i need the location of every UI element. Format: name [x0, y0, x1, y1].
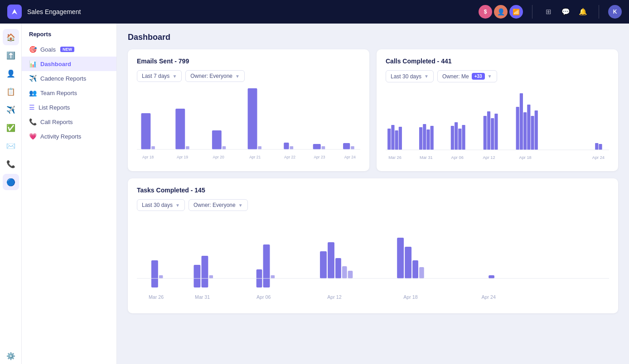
tasks-date-caret: ▼	[175, 203, 180, 208]
goals-icon: 🎯	[29, 46, 37, 53]
svg-rect-39	[487, 111, 490, 150]
avatar-w[interactable]: 📶	[509, 5, 523, 19]
calls-owner-filter[interactable]: Owner: Me +33 ▼	[437, 70, 497, 82]
sidebar-item-cadence[interactable]: ✈️ Cadence Reports	[22, 71, 116, 86]
chat-icon[interactable]: 💬	[559, 5, 572, 19]
svg-text:Apr 22: Apr 22	[284, 155, 295, 159]
sidebar-title: Reports	[22, 31, 116, 42]
icon-nav: 🏠 ⬆️ 👤 📋 ✈️ ✅ ✉️ 📞 🔵 ⚙️	[0, 24, 22, 364]
svg-text:Apr 19: Apr 19	[177, 155, 188, 159]
top-charts-row: Emails Sent - 799 Last 7 days ▼ Owner: E…	[128, 49, 618, 171]
svg-rect-71	[397, 238, 404, 278]
svg-rect-17	[322, 146, 325, 149]
app-logo	[7, 5, 22, 19]
svg-rect-20	[351, 146, 354, 149]
tasks-filters: Last 30 days ▼ Owner: Everyone ▼	[137, 199, 609, 211]
sidebar-item-team[interactable]: 👥 Team Reports	[22, 86, 116, 100]
sidebar-item-goals[interactable]: 🎯 Goals NEW	[22, 42, 116, 57]
nav-documents[interactable]: 📋	[3, 83, 19, 100]
svg-text:Mar 26: Mar 26	[388, 155, 402, 160]
call-label: Call Reports	[40, 119, 73, 125]
svg-rect-62	[263, 244, 270, 287]
nav-settings[interactable]: ⚙️	[3, 348, 19, 364]
nav-upload[interactable]: ⬆️	[3, 47, 19, 63]
sidebar-item-dashboard[interactable]: 📊 Dashboard	[22, 57, 116, 71]
dashboard-icon: 📊	[29, 60, 37, 67]
nav-email[interactable]: ✉️	[3, 138, 19, 154]
emails-owner-label: Owner: Everyone	[190, 73, 232, 79]
svg-rect-23	[387, 129, 391, 150]
calls-chart-title: Calls Completed - 441	[386, 57, 609, 65]
calls-badge: +33	[472, 73, 485, 80]
svg-text:Apr 20: Apr 20	[213, 155, 224, 159]
sidebar-item-list[interactable]: ☰ List Reports	[22, 100, 116, 115]
user-avatars: $ 👤 📶	[479, 5, 523, 19]
svg-rect-76	[489, 275, 494, 278]
tasks-owner-filter[interactable]: Owner: Everyone ▼	[189, 199, 248, 211]
emails-owner-caret: ▼	[235, 74, 240, 79]
avatar-u[interactable]: 👤	[494, 5, 508, 19]
nav-icon-group: ⊞ 💬 🔔	[542, 5, 590, 19]
tasks-bar-chart: Mar 26 Mar 31 Apr 06 Ap	[137, 217, 609, 303]
svg-rect-30	[426, 129, 430, 150]
bell-icon[interactable]: 🔔	[576, 5, 590, 19]
svg-rect-66	[328, 242, 334, 278]
svg-rect-25	[395, 130, 398, 150]
main-content: Dashboard Emails Sent - 799 Last 7 days …	[117, 24, 629, 364]
svg-rect-72	[405, 247, 411, 278]
grid-icon[interactable]: ⊞	[542, 5, 555, 19]
team-icon: 👥	[29, 89, 37, 96]
svg-rect-59	[209, 275, 213, 278]
avatar-s[interactable]: $	[479, 5, 492, 19]
sidebar-item-activity[interactable]: 💗 Activity Reports	[22, 129, 116, 144]
emails-owner-filter[interactable]: Owner: Everyone ▼	[185, 70, 245, 82]
nav-home[interactable]: 🏠	[3, 29, 19, 45]
list-label: List Reports	[39, 104, 70, 111]
calls-date-label: Last 30 days	[391, 73, 421, 80]
cadence-label: Cadence Reports	[40, 75, 86, 82]
call-icon: 📞	[29, 118, 37, 125]
calls-date-filter[interactable]: Last 30 days ▼	[386, 70, 434, 82]
svg-rect-63	[271, 275, 275, 278]
svg-rect-28	[419, 127, 422, 150]
tasks-chart-card: Tasks Completed - 145 Last 30 days ▼ Own…	[128, 178, 618, 313]
svg-rect-4	[175, 109, 185, 149]
svg-rect-13	[284, 143, 289, 149]
svg-rect-67	[335, 258, 341, 278]
nav-calls[interactable]: 📞	[3, 156, 19, 172]
activity-label: Activity Reports	[40, 133, 81, 140]
svg-rect-45	[523, 112, 527, 150]
tasks-date-filter[interactable]: Last 30 days ▼	[137, 199, 185, 211]
svg-text:Apr 18: Apr 18	[142, 155, 154, 159]
emails-chart-title: Emails Sent - 799	[137, 57, 360, 65]
svg-rect-48	[535, 110, 538, 150]
svg-rect-29	[423, 124, 426, 150]
svg-text:Mar 26: Mar 26	[149, 295, 164, 300]
nav-tasks[interactable]: ✅	[3, 120, 19, 136]
nav-divider-2	[599, 5, 599, 19]
page-title: Dashboard	[128, 33, 618, 42]
svg-rect-38	[484, 116, 487, 150]
emails-filters: Last 7 days ▼ Owner: Everyone ▼	[137, 70, 360, 82]
emails-date-filter[interactable]: Last 7 days ▼	[137, 70, 182, 82]
svg-text:Apr 18: Apr 18	[403, 295, 418, 300]
team-label: Team Reports	[40, 90, 77, 96]
nav-divider	[532, 5, 532, 19]
main-layout: 🏠 ⬆️ 👤 📋 ✈️ ✅ ✉️ 📞 🔵 ⚙️ Reports 🎯 Goals …	[0, 24, 629, 364]
tasks-date-label: Last 30 days	[142, 202, 173, 208]
svg-rect-1	[141, 113, 150, 149]
tasks-owner-label: Owner: Everyone	[194, 202, 236, 208]
sidebar-item-call[interactable]: 📞 Call Reports	[22, 115, 116, 129]
nav-contacts[interactable]: 👤	[3, 65, 19, 81]
cadence-icon: ✈️	[29, 75, 37, 82]
app-title: Sales Engagement	[27, 8, 81, 15]
user-avatar-k[interactable]: K	[608, 5, 622, 19]
svg-text:Apr 18: Apr 18	[519, 155, 532, 160]
svg-rect-16	[313, 144, 321, 149]
svg-rect-24	[391, 125, 394, 150]
nav-reports[interactable]: 🔵	[3, 174, 19, 190]
svg-rect-44	[520, 93, 523, 150]
topnav: Sales Engagement $ 👤 📶 ⊞ 💬 🔔 K	[0, 0, 629, 24]
emails-date-caret: ▼	[172, 74, 177, 79]
nav-send[interactable]: ✈️	[3, 101, 19, 118]
